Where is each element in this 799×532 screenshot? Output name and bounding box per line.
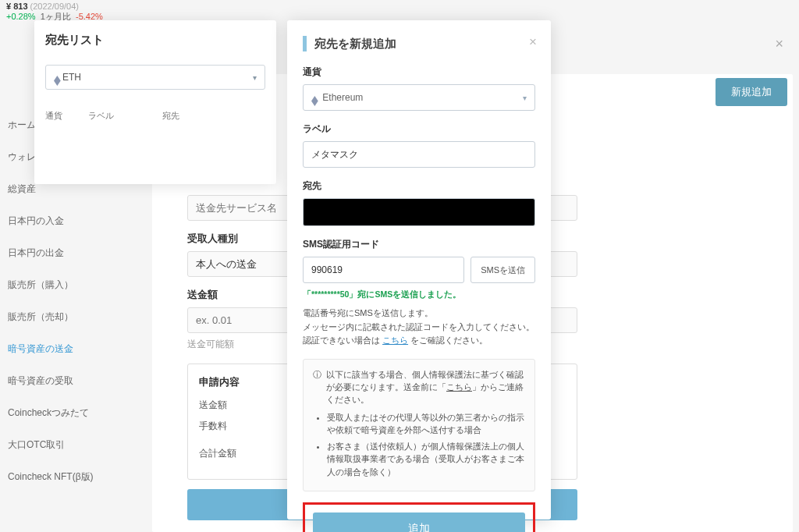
modal-title: 宛先を新規追加 — [303, 36, 535, 51]
notice-item-2: お客さま（送付依頼人）が個人情報保護法上の個人情報取扱事業者である場合（受取人が… — [327, 440, 525, 478]
sms-help-link[interactable]: こちら — [382, 335, 408, 345]
ethereum-icon — [311, 91, 320, 105]
sidebar-item-otc[interactable]: 大口OTC取引 — [0, 429, 109, 461]
col-currency: 通貨 — [45, 110, 88, 122]
address-label: 宛先 — [303, 179, 535, 193]
sidebar-item-crypto-send[interactable]: 暗号資産の送金 — [0, 333, 109, 365]
add-address-modal: × 宛先を新規追加 通貨 Ethereum ▾ ラベル 宛先 SMS認証用コード… — [287, 20, 551, 520]
col-address: 宛先 — [162, 110, 265, 122]
sidebar-item-sell[interactable]: 販売所（売却） — [0, 301, 109, 333]
new-add-button[interactable]: 新規追加 — [716, 78, 787, 106]
sidebar-item-tsumitate[interactable]: Coincheckつみたて — [0, 397, 109, 429]
privacy-notice: ⓘ 以下に該当する場合、個人情報保護法に基づく確認が必要になります。送金前に「こ… — [303, 359, 535, 491]
sidebar-item-crypto-receive[interactable]: 暗号資産の受取 — [0, 365, 109, 397]
notice-item-1: 受取人またはその代理人等以外の第三者からの指示や依頼で暗号資産を外部へ送付する場… — [327, 411, 525, 437]
chevron-down-icon: ▾ — [523, 94, 527, 102]
notice-link[interactable]: こちら — [446, 382, 472, 392]
col-label: ラベル — [88, 110, 162, 122]
sidebar-item-jpy-deposit[interactable]: 日本円の入金 — [0, 205, 109, 237]
send-sms-button[interactable]: SMSを送信 — [471, 257, 535, 283]
submit-highlight: 追加 — [303, 502, 535, 532]
sms-help-text: 電話番号宛にSMSを送信します。 メッセージ内に記載された認証コードを入力してく… — [303, 307, 535, 348]
info-icon: ⓘ — [313, 368, 321, 406]
sidebar-item-jpy-withdraw[interactable]: 日本円の出金 — [0, 237, 109, 269]
currency-dropdown-value: ETH — [62, 72, 81, 83]
address-list-modal: 宛先リスト ETH ▾ 通貨 ラベル 宛先 — [34, 20, 276, 184]
sidebar-item-buy[interactable]: 販売所（購入） — [0, 269, 109, 301]
label-input[interactable] — [303, 141, 535, 168]
address-list-title: 宛先リスト — [45, 33, 265, 48]
address-list-header: 通貨 ラベル 宛先 — [45, 110, 265, 122]
sms-code-input[interactable] — [303, 257, 464, 283]
currency-dropdown[interactable]: ETH ▾ — [45, 65, 265, 90]
currency-select-value: Ethereum — [322, 92, 363, 103]
sms-sent-message: 「*********50」宛にSMSを送信しました。 — [303, 289, 535, 300]
ethereum-icon — [54, 71, 62, 84]
panel-close-icon[interactable]: × — [775, 36, 783, 52]
label-label: ラベル — [303, 122, 535, 136]
sms-code-label: SMS認証用コード — [303, 238, 535, 251]
chevron-down-icon: ▾ — [253, 73, 257, 82]
close-icon[interactable]: × — [529, 34, 537, 50]
address-input[interactable] — [303, 198, 535, 226]
sidebar-item-nft[interactable]: Coincheck NFT(β版) — [0, 461, 109, 493]
currency-label: 通貨 — [303, 66, 535, 79]
currency-select[interactable]: Ethereum ▾ — [303, 84, 535, 111]
add-button[interactable]: 追加 — [313, 512, 525, 532]
